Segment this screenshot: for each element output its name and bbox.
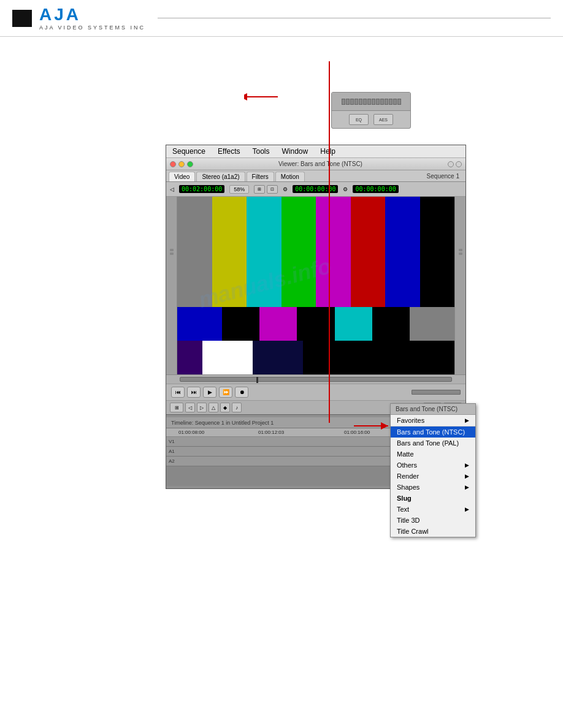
bar-blue	[385, 197, 420, 307]
cm-slug[interactable]: Slug	[391, 493, 475, 504]
handle-mark	[170, 249, 174, 251]
device-panel-arrow	[244, 91, 281, 103]
tab-motion[interactable]: Motion	[275, 172, 305, 181]
prev-frame-btn[interactable]: ⏭	[187, 387, 201, 398]
cm-others[interactable]: Others ▶	[391, 460, 475, 471]
aja-logo-text: AJA	[39, 6, 145, 23]
menu-help[interactable]: Help	[320, 147, 335, 156]
cm-others-label: Others	[397, 461, 417, 469]
bar-red	[351, 197, 386, 307]
record-btn[interactable]: ⏺	[235, 387, 248, 398]
bottom-row-1	[177, 307, 454, 341]
track-label-a2: A2	[169, 458, 175, 464]
track-label-a1: A1	[169, 449, 175, 454]
menu-window[interactable]: Window	[282, 147, 308, 156]
mark-in-btn[interactable]: ◁	[185, 403, 195, 412]
wc-extra2[interactable]	[456, 161, 462, 167]
b-gray2	[410, 307, 454, 341]
cm-bars-ntsc[interactable]: Bars and Tone (NTSC)	[391, 427, 475, 438]
goto-start-btn[interactable]: ⏮	[171, 387, 185, 398]
cm-render[interactable]: Render ▶	[391, 471, 475, 482]
cm-bars-pal-label: Bars and Tone (PAL)	[397, 439, 459, 447]
video-display-wrapper: manuals.info	[166, 197, 465, 374]
zoom-display[interactable]: 58%	[229, 185, 249, 194]
ctrl-icon: ⚙	[283, 186, 288, 192]
cm-text[interactable]: Text ▶	[391, 504, 475, 515]
transport-area: ⏮ ⏭ ▶ ⏩ ⏺	[166, 384, 465, 400]
right-handle	[454, 197, 465, 307]
bottom-row-2	[177, 341, 454, 374]
minimize-button[interactable]	[178, 161, 185, 167]
slot-9	[376, 99, 380, 105]
go-start-btn[interactable]: ◁	[170, 186, 174, 192]
header: AJA AJA VIDEO SYSTEMS INC	[0, 0, 563, 37]
match-audio-btn[interactable]: ♪	[232, 403, 242, 412]
slot-4	[354, 99, 358, 105]
cm-favorites[interactable]: Favorites ▶	[391, 415, 475, 426]
menu-sequence[interactable]: Sequence	[172, 147, 205, 156]
right-scrubber	[412, 390, 461, 395]
menu-tools[interactable]: Tools	[253, 147, 270, 156]
render-arrow: ▶	[465, 473, 469, 479]
cm-shapes[interactable]: Shapes ▶	[391, 482, 475, 493]
tab-stereo[interactable]: Stereo (a1a2)	[196, 172, 245, 181]
slot-1	[342, 99, 345, 105]
header-line	[158, 18, 551, 18]
slot-5	[359, 99, 362, 105]
mark-clip-btn[interactable]: △	[209, 403, 218, 412]
right-window-controls	[448, 161, 462, 167]
cm-bars-ntsc-label: Bars and Tone (NTSC)	[397, 428, 465, 436]
right-scrubber-bar[interactable]	[412, 390, 461, 395]
timecode-left: 00:02:00:00	[179, 185, 224, 193]
view-buttons: ⊞ ⊡	[254, 185, 278, 194]
add-marker-btn[interactable]: ◆	[220, 403, 230, 412]
favorites-arrow: ▶	[465, 417, 469, 423]
sequence-label: Sequence 1	[423, 172, 463, 181]
bottom-bars-container	[177, 307, 454, 374]
slot-13	[393, 99, 397, 105]
bar-gray	[177, 197, 212, 307]
close-button[interactable]	[170, 161, 176, 167]
slot-3	[350, 99, 354, 105]
bar-green	[282, 197, 316, 307]
mark-out-btn[interactable]: ▷	[197, 403, 207, 412]
cm-text-label: Text	[397, 506, 409, 513]
color-bars-bottom	[166, 307, 465, 374]
next-frame-btn[interactable]: ⏩	[219, 387, 232, 398]
eq-button[interactable]: EQ	[349, 114, 369, 125]
ctrl-icon2: ⚙	[343, 186, 348, 192]
timecode-right: 00:00:00:00	[293, 185, 338, 193]
b-black4	[303, 341, 454, 374]
logo-black-box	[12, 10, 32, 27]
aes-button[interactable]: AES	[373, 114, 393, 125]
cm-render-label: Render	[397, 472, 419, 480]
menu-effects[interactable]: Effects	[218, 147, 240, 156]
slot-7	[367, 99, 371, 105]
left-handle-bottom	[166, 307, 177, 374]
full-btn[interactable]: ⊡	[267, 185, 278, 194]
scrubber-bar[interactable]	[180, 377, 452, 382]
match-frame-btn[interactable]: ⊞	[170, 403, 183, 412]
slot-12	[389, 99, 393, 105]
cm-title3d-label: Title 3D	[397, 517, 420, 524]
cm-bars-pal[interactable]: Bars and Tone (PAL)	[391, 438, 475, 449]
cm-titlecrawl[interactable]: Title Crawl	[391, 526, 475, 537]
wc-extra1[interactable]	[448, 161, 454, 167]
cm-matte[interactable]: Matte	[391, 449, 475, 460]
bar-magenta	[316, 197, 351, 307]
sequence-timecode: 00:00:00:00	[353, 185, 398, 193]
tab-filters[interactable]: Filters	[247, 172, 274, 181]
fit-btn[interactable]: ⊞	[254, 185, 265, 194]
cm-slug-label: Slug	[397, 495, 412, 502]
slot-8	[372, 99, 375, 105]
slot-14	[397, 99, 401, 105]
handle-mark2	[170, 252, 174, 255]
left-handle	[166, 197, 177, 307]
play-btn[interactable]: ▶	[203, 387, 216, 398]
maximize-button[interactable]	[187, 161, 193, 167]
b-blue	[177, 307, 222, 341]
tab-video[interactable]: Video	[169, 172, 195, 181]
context-menu: Bars and Tone (NTSC) Favorites ▶ Bars an…	[390, 403, 476, 537]
cm-title3d[interactable]: Title 3D	[391, 515, 475, 526]
context-menu-arrow	[353, 420, 394, 432]
